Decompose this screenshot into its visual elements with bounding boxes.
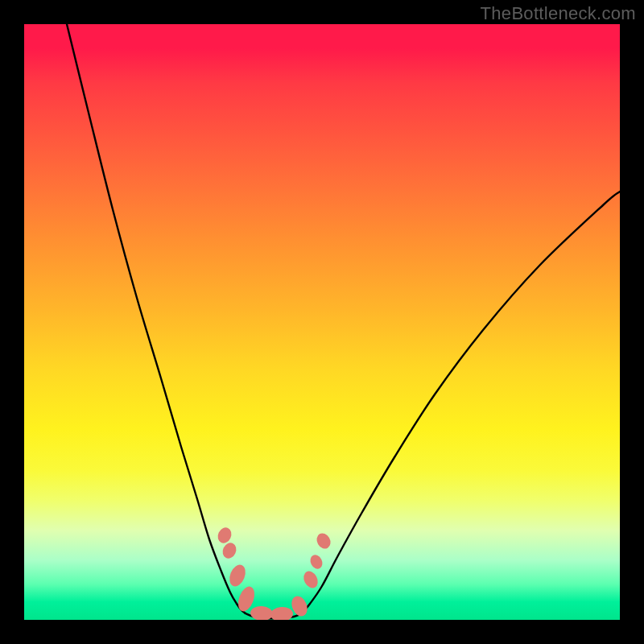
threshold-markers [216, 526, 333, 620]
threshold-marker [270, 606, 293, 620]
threshold-marker [216, 526, 234, 546]
gradient-plot-area [24, 24, 620, 620]
curve-layer [24, 24, 620, 620]
threshold-marker [308, 553, 325, 571]
threshold-marker [250, 605, 273, 620]
bottleneck-curve [67, 24, 620, 618]
threshold-marker [301, 569, 320, 591]
bottleneck-curve-path [67, 24, 620, 618]
chart-frame: TheBottleneck.com [0, 0, 644, 644]
watermark-text: TheBottleneck.com [481, 3, 636, 24]
threshold-marker [226, 563, 248, 589]
threshold-marker [221, 541, 239, 561]
threshold-marker [314, 530, 333, 551]
